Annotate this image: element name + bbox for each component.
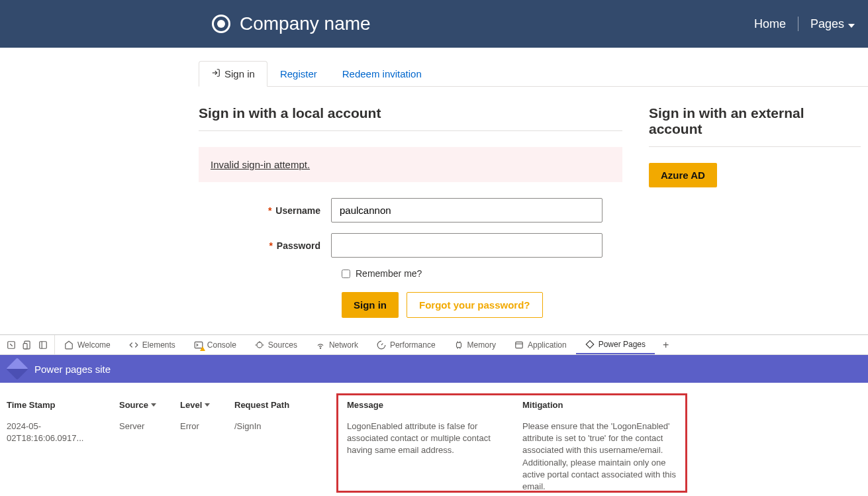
password-input[interactable] [331, 233, 603, 258]
username-row: * Username [199, 198, 622, 223]
remember-row: Remember me? [342, 268, 622, 279]
username-input[interactable] [331, 198, 603, 223]
tab-register[interactable]: Register [267, 61, 330, 86]
brand-block: Company name [212, 13, 371, 34]
chevron-down-icon [848, 24, 855, 28]
header-nav: Home Pages [754, 17, 855, 31]
signin-button[interactable]: Sign in [342, 292, 399, 318]
local-signin-heading: Sign in with a local account [199, 105, 622, 121]
username-label: * Username [199, 205, 331, 216]
tab-signin[interactable]: Sign in [199, 61, 267, 87]
tab-signin-label: Sign in [224, 68, 255, 79]
username-label-text: Username [275, 205, 320, 216]
signin-error-text: Invalid sign-in attempt. [211, 159, 310, 170]
external-signin-heading: Sign in with an external account [649, 105, 861, 137]
section-divider [199, 130, 622, 131]
app-header: Company name Home Pages [0, 0, 868, 48]
password-label-text: Password [277, 240, 320, 251]
signin-buttons: Sign in Forgot your password? [342, 292, 622, 318]
nav-home-link[interactable]: Home [754, 17, 786, 31]
nav-pages-label: Pages [810, 17, 844, 30]
remember-checkbox[interactable] [342, 270, 350, 278]
azure-ad-button[interactable]: Azure AD [649, 163, 717, 187]
nav-pages-dropdown[interactable]: Pages [810, 17, 855, 31]
external-signin-section: Sign in with an external account Azure A… [649, 105, 861, 318]
auth-tabs: Sign in Register Redeem invitation [199, 61, 868, 87]
remember-label: Remember me? [356, 268, 422, 279]
local-signin-section: Sign in with a local account Invalid sig… [199, 105, 622, 318]
tab-redeem[interactable]: Redeem invitation [330, 61, 434, 86]
brand-name: Company name [240, 13, 371, 34]
nav-divider [798, 17, 798, 31]
password-row: * Password [199, 233, 622, 258]
brand-logo-icon [212, 15, 230, 33]
signin-error-alert: Invalid sign-in attempt. [199, 147, 622, 182]
page-content: Sign in Register Redeem invitation Sign … [0, 61, 868, 318]
forgot-password-button[interactable]: Forgot your password? [407, 292, 543, 318]
password-label: * Password [199, 240, 331, 251]
section-divider [649, 146, 861, 147]
signin-columns: Sign in with a local account Invalid sig… [199, 87, 867, 318]
signin-icon [211, 68, 220, 79]
